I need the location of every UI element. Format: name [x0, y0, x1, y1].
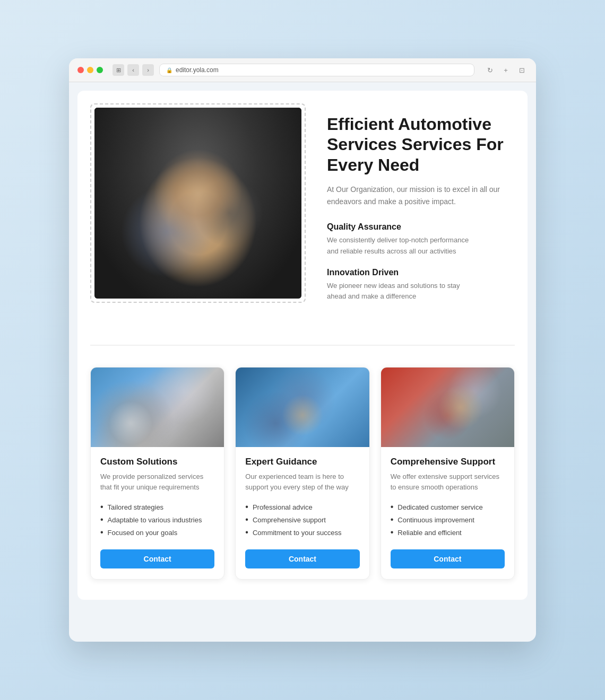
card-3-description: We offer extensive support services to e…	[391, 471, 505, 492]
browser-chrome: ⊞ ‹ › 🔒 editor.yola.com ↻ + ⊡	[69, 58, 536, 82]
card-3-bullet-list: Dedicated customer service Continuous im…	[391, 501, 505, 539]
sidebar-toggle-button[interactable]: ⊞	[113, 64, 124, 76]
card-2-body: Expert Guidance Our experienced team is …	[236, 447, 369, 579]
list-item: Dedicated customer service	[391, 501, 505, 513]
hero-section: Efficient Automotive Services Services F…	[90, 103, 515, 313]
feature-quality-desc: We consistently deliver top-notch perfor…	[327, 235, 476, 257]
card-2-contact-button[interactable]: Contact	[245, 549, 359, 568]
feature-innovation-desc: We pioneer new ideas and solutions to st…	[327, 281, 476, 303]
card-1-description: We provide personalized services that fi…	[100, 471, 214, 492]
list-item: Commitment to your success	[245, 526, 359, 539]
browser-controls: ⊞ ‹ ›	[113, 64, 154, 76]
url-text: editor.yola.com	[176, 66, 219, 74]
feature-innovation-driven: Innovation Driven We pioneer new ideas a…	[327, 268, 515, 303]
card-1-body: Custom Solutions We provide personalized…	[91, 447, 224, 579]
cards-section: Custom Solutions We provide personalized…	[90, 367, 515, 580]
card-3-body: Comprehensive Support We offer extensive…	[381, 447, 514, 579]
card-2-bullet-list: Professional advice Comprehensive suppor…	[245, 501, 359, 539]
list-item: Comprehensive support	[245, 513, 359, 526]
extensions-button[interactable]: ⊡	[516, 64, 528, 76]
list-item: Focused on your goals	[100, 526, 214, 539]
back-button[interactable]: ‹	[127, 64, 139, 76]
section-divider	[90, 345, 515, 346]
card-comprehensive-support: Comprehensive Support We offer extensive…	[381, 367, 515, 580]
share-button[interactable]: ↻	[484, 64, 496, 76]
card-3-title: Comprehensive Support	[391, 457, 505, 467]
traffic-light-green[interactable]	[97, 67, 103, 73]
traffic-lights	[77, 67, 103, 73]
new-tab-button[interactable]: +	[500, 64, 512, 76]
card-1-bullet-list: Tailored strategies Adaptable to various…	[100, 501, 214, 539]
list-item: Tailored strategies	[100, 501, 214, 513]
feature-innovation-title: Innovation Driven	[327, 268, 515, 277]
card-1-title: Custom Solutions	[100, 457, 214, 467]
hero-mechanic-image	[94, 108, 301, 299]
list-item: Reliable and efficient	[391, 526, 505, 539]
list-item: Continuous improvement	[391, 513, 505, 526]
address-bar[interactable]: 🔒 editor.yola.com	[159, 64, 474, 76]
card-custom-solutions: Custom Solutions We provide personalized…	[90, 367, 224, 580]
browser-actions: ↻ + ⊡	[484, 64, 528, 76]
list-item: Adaptable to various industries	[100, 513, 214, 526]
traffic-light-red[interactable]	[77, 67, 84, 73]
hero-image-dashed-border	[90, 103, 306, 303]
card-2-description: Our experienced team is here to support …	[245, 471, 359, 492]
card-1-contact-button[interactable]: Contact	[100, 549, 214, 568]
mechanic-silhouette	[94, 108, 301, 299]
hero-title: Efficient Automotive Services Services F…	[327, 114, 515, 175]
card-expert-guidance: Expert Guidance Our experienced team is …	[235, 367, 369, 580]
lock-icon: 🔒	[166, 67, 172, 73]
forward-button[interactable]: ›	[142, 64, 154, 76]
list-item: Professional advice	[245, 501, 359, 513]
card-2-image	[236, 368, 369, 447]
card-3-contact-button[interactable]: Contact	[391, 549, 505, 568]
browser-content: Efficient Automotive Services Services F…	[77, 91, 528, 600]
card-3-image	[381, 368, 514, 447]
hero-image-wrapper	[90, 103, 306, 303]
hero-text: Efficient Automotive Services Services F…	[327, 103, 515, 313]
card-2-title: Expert Guidance	[245, 457, 359, 467]
hero-description: At Our Organization, our mission is to e…	[327, 183, 515, 207]
card-1-image	[91, 368, 224, 447]
feature-quality-title: Quality Assurance	[327, 222, 515, 232]
browser-window: ⊞ ‹ › 🔒 editor.yola.com ↻ + ⊡	[69, 58, 536, 642]
feature-quality-assurance: Quality Assurance We consistently delive…	[327, 222, 515, 257]
traffic-light-yellow[interactable]	[87, 67, 93, 73]
